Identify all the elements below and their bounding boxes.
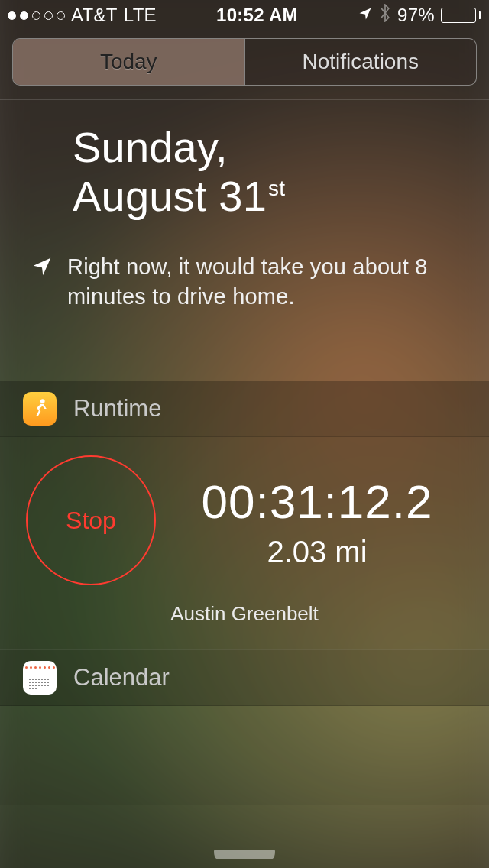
widget-title: Calendar — [73, 664, 170, 691]
pull-up-grabber[interactable] — [0, 850, 489, 859]
calendar-app-icon — [23, 661, 57, 695]
runtime-widget: Stop 00:31:12.2 2.03 mi Austin Greenbelt — [0, 437, 489, 649]
route-name: Austin Greenbelt — [23, 602, 466, 626]
today-header: Sunday, August 31st — [0, 100, 489, 229]
carrier-label: AT&T — [71, 5, 118, 26]
view-segmented-control: Today Notifications — [12, 38, 477, 86]
location-icon — [358, 5, 373, 26]
calendar-widget — [0, 706, 489, 805]
tab-notifications[interactable]: Notifications — [244, 39, 477, 85]
travel-time-text: Right now, it would take you about 8 min… — [67, 252, 458, 312]
stop-button[interactable]: Stop — [26, 455, 156, 585]
runtime-app-icon — [23, 392, 57, 426]
widget-title: Runtime — [73, 395, 161, 423]
battery-icon — [441, 8, 481, 23]
widget-header-calendar[interactable]: Calendar — [0, 649, 489, 706]
network-type: LTE — [124, 5, 157, 26]
status-time: 10:52 AM — [157, 5, 358, 26]
travel-time-summary: Right now, it would take you about 8 min… — [0, 229, 489, 381]
tab-today[interactable]: Today — [13, 39, 244, 85]
signal-strength-icon — [8, 11, 65, 20]
current-date: Sunday, August 31st — [73, 123, 460, 222]
bluetooth-icon — [379, 4, 391, 27]
elapsed-time: 00:31:12.2 — [168, 474, 466, 529]
navigation-icon — [31, 255, 53, 312]
distance: 2.03 mi — [168, 535, 466, 569]
widget-header-runtime[interactable]: Runtime — [0, 381, 489, 437]
svg-point-0 — [40, 399, 45, 403]
battery-pct: 97% — [397, 5, 435, 26]
status-bar: AT&T LTE 10:52 AM 97% — [0, 0, 489, 31]
